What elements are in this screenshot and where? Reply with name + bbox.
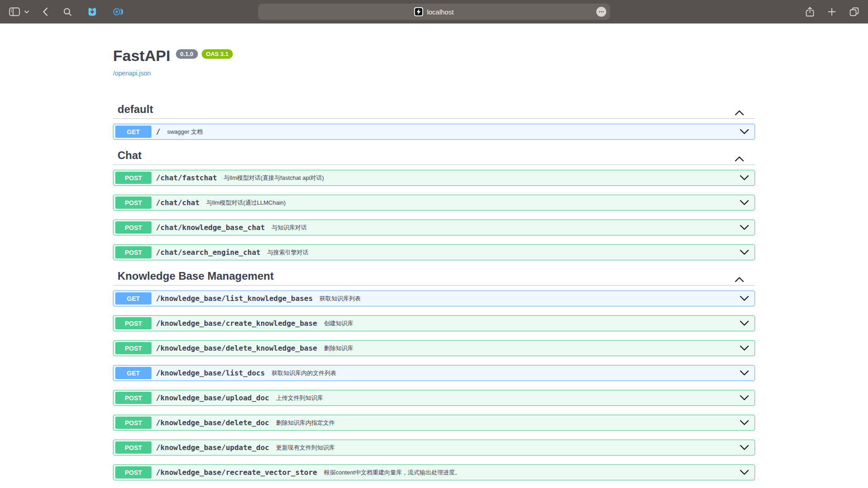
endpoint-path: /knowledge_base/list_docs: [156, 369, 265, 377]
endpoint-row[interactable]: GET /knowledge_base/list_knowledge_bases…: [113, 291, 755, 306]
new-tab-icon[interactable]: [826, 6, 838, 18]
sidebar-chevron-down-icon[interactable]: [23, 9, 31, 15]
method-badge: POST: [115, 441, 151, 454]
share-icon[interactable]: [804, 5, 816, 19]
endpoint-path: /knowledge_base/list_knowledge_bases: [156, 294, 313, 303]
chevron-down-icon: [740, 225, 749, 230]
expand-row-button[interactable]: [740, 249, 749, 255]
chevron-down-icon: [740, 370, 749, 376]
endpoint-description: 获取知识库列表: [320, 295, 361, 303]
page-title: FastAPI: [113, 46, 170, 65]
expand-row-button[interactable]: [740, 445, 749, 450]
api-info: FastAPI 0.1.0 OAS 3.1 /openapi.json: [113, 23, 755, 77]
openapi-spec-link[interactable]: /openapi.json: [113, 70, 151, 77]
endpoint-row[interactable]: POST /chat/chat 与llm模型对话(通过LLMChain): [113, 195, 755, 211]
address-bar[interactable]: localhost: [258, 4, 610, 20]
api-section: default GET / swagger 文档: [113, 103, 755, 140]
endpoint-path: /chat/knowledge_base_chat: [156, 223, 265, 232]
endpoint-row[interactable]: POST /knowledge_base/delete_doc 删除知识库内指定…: [113, 415, 755, 431]
chevron-down-icon: [740, 200, 749, 206]
api-section: Knowledge Base Management GET /knowledge…: [113, 269, 755, 480]
section-header[interactable]: Chat: [113, 149, 755, 165]
endpoint-row[interactable]: POST /knowledge_base/delete_knowledge_ba…: [113, 340, 755, 356]
endpoint-row[interactable]: POST /knowledge_base/recreate_vector_sto…: [113, 465, 755, 480]
chevron-down-icon: [740, 320, 749, 326]
method-badge: POST: [115, 246, 151, 258]
section-title: Knowledge Base Management: [118, 269, 274, 282]
section-header[interactable]: Knowledge Base Management: [113, 269, 755, 286]
endpoint-path: /chat/fastchat: [156, 174, 217, 182]
method-badge: POST: [115, 221, 151, 234]
extension-rings-icon[interactable]: [111, 5, 125, 19]
endpoint-path: /knowledge_base/delete_doc: [156, 418, 269, 427]
tabs-overview-icon[interactable]: [848, 5, 861, 18]
endpoint-row[interactable]: POST /knowledge_base/create_knowledge_ba…: [113, 315, 755, 331]
endpoint-row[interactable]: POST /knowledge_base/update_doc 更新现有文件到知…: [113, 440, 755, 455]
extension-downloader-icon[interactable]: [85, 5, 99, 19]
endpoint-description: 与知识库对话: [272, 224, 307, 232]
chevron-down-icon: [740, 345, 749, 351]
endpoint-row[interactable]: GET /knowledge_base/list_docs 获取知识库内的文件列…: [113, 365, 755, 381]
oas-badge: OAS 3.1: [202, 49, 233, 59]
endpoint-list: GET / swagger 文档: [113, 119, 755, 140]
endpoint-row[interactable]: POST /chat/knowledge_base_chat 与知识库对话: [113, 220, 755, 235]
search-icon[interactable]: [61, 6, 74, 18]
endpoint-path: /knowledge_base/update_doc: [156, 443, 269, 452]
expand-row-button[interactable]: [740, 420, 749, 426]
endpoint-description: 根据content中文档重建向量库，流式输出处理进度。: [324, 469, 461, 477]
section-title: Chat: [118, 149, 142, 162]
sidebar-toggle-button[interactable]: [7, 5, 22, 18]
endpoint-row[interactable]: POST /chat/fastchat 与llm模型对话(直接与fastchat…: [113, 170, 755, 186]
endpoint-description: 更新现有文件到知识库: [276, 444, 335, 452]
expand-row-button[interactable]: [740, 469, 749, 475]
method-badge: POST: [115, 466, 151, 479]
section-header[interactable]: default: [113, 103, 755, 119]
method-badge: GET: [115, 367, 151, 379]
page-settings-button[interactable]: [596, 7, 606, 17]
endpoint-row[interactable]: POST /chat/search_engine_chat 与搜索引擎对话: [113, 244, 755, 260]
expand-row-button[interactable]: [740, 200, 749, 206]
endpoint-description: 删除知识库: [324, 344, 353, 352]
expand-row-button[interactable]: [740, 296, 749, 301]
expand-row-button[interactable]: [740, 395, 749, 401]
endpoint-description: swagger 文档: [167, 128, 203, 136]
url-text: localhost: [427, 8, 453, 16]
chevron-down-icon: [740, 129, 749, 135]
section-collapse-button[interactable]: [735, 156, 744, 162]
endpoint-description: 上传文件到知识库: [276, 394, 323, 402]
expand-row-button[interactable]: [740, 370, 749, 376]
chevron-up-icon: [735, 277, 744, 282]
chevron-up-icon: [735, 110, 744, 116]
endpoint-description: 与搜索引擎对话: [267, 249, 308, 257]
expand-row-button[interactable]: [740, 345, 749, 351]
chevron-down-icon: [740, 296, 749, 301]
chevron-down-icon: [740, 175, 749, 181]
api-sections: default GET / swagger 文档 Chat: [113, 103, 755, 480]
api-section: Chat POST /chat/fastchat 与llm模型对话(直接与fas…: [113, 149, 755, 260]
chevron-up-icon: [735, 156, 744, 162]
site-favicon: [414, 7, 423, 16]
endpoint-description: 与llm模型对话(直接与fastchat api对话): [224, 174, 324, 182]
chevron-down-icon: [740, 420, 749, 426]
method-badge: GET: [115, 126, 151, 138]
swagger-page: FastAPI 0.1.0 OAS 3.1 /openapi.json defa…: [0, 23, 868, 480]
expand-row-button[interactable]: [740, 225, 749, 230]
section-collapse-button[interactable]: [735, 277, 744, 282]
endpoint-row[interactable]: POST /knowledge_base/upload_doc 上传文件到知识库: [113, 390, 755, 406]
chevron-down-icon: [740, 249, 749, 255]
method-badge: POST: [115, 392, 151, 404]
section-collapse-button[interactable]: [735, 110, 744, 116]
endpoint-list: POST /chat/fastchat 与llm模型对话(直接与fastchat…: [113, 165, 755, 260]
chevron-down-icon: [740, 469, 749, 475]
back-button[interactable]: [41, 5, 50, 18]
endpoint-row[interactable]: GET / swagger 文档: [113, 124, 755, 140]
method-badge: POST: [115, 342, 151, 354]
expand-row-button[interactable]: [740, 320, 749, 326]
chevron-down-icon: [740, 395, 749, 401]
expand-row-button[interactable]: [740, 175, 749, 181]
browser-toolbar: localhost: [0, 0, 868, 23]
endpoint-list: GET /knowledge_base/list_knowledge_bases…: [113, 286, 755, 480]
method-badge: POST: [115, 172, 151, 184]
endpoint-path: /chat/search_engine_chat: [156, 248, 260, 257]
expand-row-button[interactable]: [740, 129, 749, 135]
